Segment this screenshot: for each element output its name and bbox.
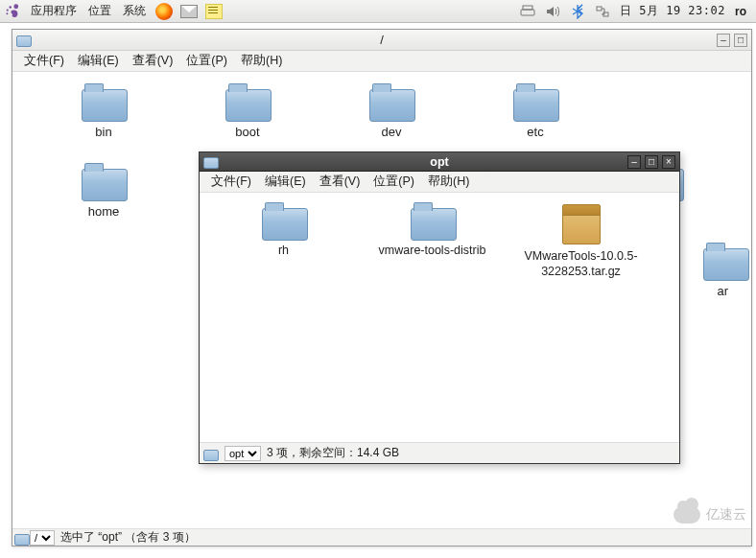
panel-menu-apps[interactable]: 应用程序 — [25, 3, 83, 19]
close-button[interactable]: × — [662, 155, 675, 169]
menu-view[interactable]: 查看(V) — [314, 172, 366, 192]
svg-point-1 — [9, 6, 12, 9]
folder-icon — [16, 34, 32, 47]
folder-icon — [513, 85, 557, 120]
minimize-button[interactable]: – — [627, 155, 641, 169]
opt-statusbar: opt 3 项，剩余空间：14.4 GB — [200, 442, 679, 463]
folder-icon — [203, 155, 219, 169]
status-text: 3 项，剩余空间：14.4 GB — [267, 445, 399, 461]
folder-icon — [82, 165, 126, 199]
file-item-home[interactable]: home — [32, 165, 176, 220]
system-tray: 日 5月 19 23:02 ro — [520, 3, 752, 19]
menu-file[interactable]: 文件(F) — [18, 51, 70, 71]
root-window-title: / — [380, 33, 384, 47]
menu-places[interactable]: 位置(P) — [180, 51, 233, 71]
menu-help[interactable]: 帮助(H) — [235, 51, 288, 71]
svg-rect-4 — [521, 10, 534, 15]
file-label: ar — [713, 283, 732, 299]
maximize-button[interactable]: □ — [645, 155, 658, 169]
file-item[interactable]: VMwareTools-10.0.5-3228253.tar.gz — [507, 204, 655, 280]
maximize-button[interactable]: □ — [734, 34, 747, 47]
volume-icon[interactable] — [545, 4, 560, 19]
disk-icon[interactable] — [520, 4, 535, 19]
opt-icon-view[interactable]: rhvmware-tools-distribVMwareTools-10.0.5… — [200, 193, 679, 442]
panel-menu-system[interactable]: 系统 — [117, 3, 152, 19]
folder-icon — [262, 204, 306, 239]
file-item-dev[interactable]: dev — [319, 85, 463, 140]
user-indicator[interactable]: ro — [735, 5, 746, 18]
root-menubar: 文件(F) 编辑(E) 查看(V) 位置(P) 帮助(H) — [12, 51, 751, 72]
top-panel: 应用程序 位置 系统 日 5月 19 23:02 ro — [0, 0, 756, 23]
folder-icon — [14, 532, 28, 544]
file-label: vmware-tools-distrib — [375, 243, 490, 260]
clock[interactable]: 日 5月 19 23:02 — [620, 3, 725, 19]
svg-point-2 — [7, 9, 9, 11]
folder-icon — [411, 204, 455, 239]
mail-icon[interactable] — [180, 5, 198, 18]
file-label: etc — [523, 124, 547, 140]
bluetooth-icon[interactable] — [570, 4, 585, 19]
notes-icon[interactable] — [205, 4, 223, 19]
file-item[interactable]: vmware-tools-distrib — [358, 204, 507, 280]
svg-point-0 — [13, 4, 18, 9]
folder-icon — [82, 85, 126, 120]
folder-icon — [369, 85, 413, 120]
opt-menubar: 文件(F) 编辑(E) 查看(V) 位置(P) 帮助(H) — [200, 172, 679, 193]
cloud-icon — [673, 506, 700, 523]
folder-icon — [703, 244, 732, 279]
menu-edit[interactable]: 编辑(E) — [72, 51, 125, 71]
file-item-boot[interactable]: boot — [176, 85, 319, 140]
svg-rect-5 — [523, 6, 532, 10]
root-statusbar: / 选中了 “opt” （含有 3 项） — [12, 528, 751, 546]
file-item-etc[interactable]: etc — [463, 85, 607, 140]
svg-point-3 — [6, 12, 8, 14]
file-label: dev — [378, 124, 406, 140]
path-selector[interactable]: opt — [224, 446, 261, 461]
file-item-bin[interactable]: bin — [32, 85, 176, 140]
file-label: rh — [274, 243, 293, 260]
menu-edit[interactable]: 编辑(E) — [259, 172, 312, 192]
archive-icon — [562, 204, 601, 244]
watermark: 亿速云 — [673, 506, 746, 523]
status-text: 选中了 “opt” （含有 3 项） — [60, 529, 196, 546]
file-label: VMwareTools-10.0.5-3228253.tar.gz — [507, 248, 655, 280]
firefox-icon[interactable] — [155, 3, 173, 20]
file-item-ar[interactable]: ar — [674, 244, 732, 299]
minimize-button[interactable]: – — [717, 34, 730, 47]
opt-file-manager-window: opt – □ × 文件(F) 编辑(E) 查看(V) 位置(P) 帮助(H) … — [199, 151, 680, 464]
path-selector[interactable]: / — [30, 530, 55, 546]
menu-view[interactable]: 查看(V) — [127, 51, 179, 71]
menu-places[interactable]: 位置(P) — [367, 172, 420, 192]
folder-icon — [203, 448, 217, 459]
panel-menu-places[interactable]: 位置 — [83, 3, 117, 19]
opt-titlebar[interactable]: opt – □ × — [200, 152, 679, 172]
file-label: home — [84, 203, 124, 220]
root-titlebar[interactable]: / – □ — [12, 30, 751, 51]
svg-rect-6 — [597, 7, 602, 11]
file-label: boot — [231, 124, 263, 140]
file-label: bin — [91, 124, 115, 140]
folder-icon — [225, 85, 270, 120]
gnome-foot-icon — [4, 3, 21, 20]
file-item[interactable]: rh — [209, 204, 358, 280]
menu-file[interactable]: 文件(F) — [205, 172, 257, 192]
network-icon[interactable] — [595, 4, 610, 19]
opt-window-title: opt — [430, 155, 448, 169]
menu-help[interactable]: 帮助(H) — [422, 172, 475, 192]
